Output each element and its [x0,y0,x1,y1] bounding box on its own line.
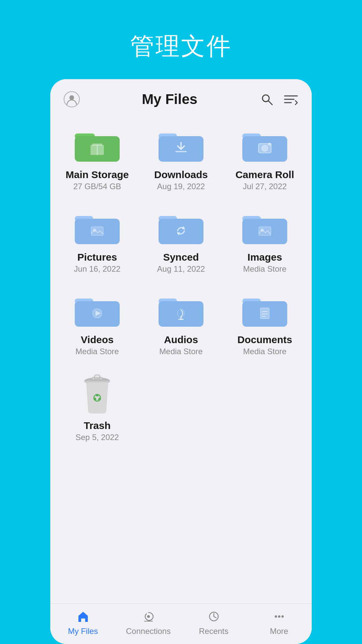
svg-point-63 [281,615,284,618]
item-sub: Media Store [159,347,202,356]
item-sub: Aug 11, 2022 [157,264,205,274]
nav-item-my-files[interactable]: My Files [50,609,116,636]
folder-icon-synced [156,207,206,247]
item-name: Downloads [154,169,208,180]
main-card: My Files [50,79,312,644]
folder-icon-documents [240,289,290,329]
folder-icon-audios [156,289,206,329]
item-name: Main Storage [66,169,129,180]
nav-label-more: More [270,627,288,636]
grid-item-downloads[interactable]: Downloads Aug 19, 2022 [141,117,221,197]
nav-icon-my-files [74,609,92,624]
item-sub: Jun 16, 2022 [74,264,121,274]
item-name: Audios [164,334,198,345]
svg-point-61 [275,615,277,618]
folder-icon-videos [72,289,122,329]
item-sub: Media Store [75,347,119,356]
nav-icon-recents [205,609,223,624]
item-name: Documents [237,334,292,345]
svg-rect-42 [159,301,203,327]
grid-scroll: Main Storage 27 GB/54 GB Downloads Aug 1… [50,114,312,603]
header-title: My Files [142,91,197,107]
svg-point-0 [69,95,74,100]
svg-point-62 [278,615,280,618]
nav-label-my-files: My Files [68,627,98,636]
nav-item-more[interactable]: More [246,609,312,636]
svg-rect-29 [159,219,203,244]
svg-point-20 [262,145,268,151]
grid-item-main-storage[interactable]: Main Storage 27 GB/54 GB [57,117,137,197]
item-name: Pictures [77,252,117,263]
item-sub: 27 GB/54 GB [73,182,121,191]
svg-rect-21 [268,143,271,146]
svg-rect-25 [91,227,103,235]
nav-item-recents[interactable]: Recents [181,609,246,636]
grid-item-images[interactable]: Images Media Store [225,200,305,279]
grid-item-videos[interactable]: Videos Media Store [57,282,137,362]
folder-icon-main-storage [72,124,122,164]
svg-rect-33 [259,227,271,235]
grid-item-audios[interactable]: Audios Media Store [141,282,221,362]
svg-line-2 [268,101,272,105]
svg-line-60 [214,616,216,618]
trash-icon [77,372,117,415]
folder-icon-pictures [72,207,122,247]
folder-icon-downloads [156,124,206,164]
svg-point-56 [147,615,150,618]
search-icon[interactable] [259,92,274,107]
item-sub: Aug 19, 2022 [157,182,205,191]
item-name: Videos [81,334,114,345]
item-sub: Media Store [243,347,286,356]
folder-icon-camera-roll [240,124,290,164]
nav-icon-connections [140,609,157,624]
nav-label-recents: Recents [199,627,228,636]
grid-item-synced[interactable]: Synced Aug 11, 2022 [141,200,221,279]
grid-item-camera-roll[interactable]: Camera Roll Jul 27, 2022 [225,117,305,197]
nav-item-connections[interactable]: Connections [116,609,181,636]
item-name: Trash [84,420,111,431]
svg-rect-53 [84,381,110,382]
nav-label-connections: Connections [126,627,171,636]
item-name: Synced [163,252,199,263]
sort-icon[interactable] [284,92,298,107]
grid-item-pictures[interactable]: Pictures Jun 16, 2022 [57,200,137,279]
item-sub: Jul 27, 2022 [243,182,287,191]
grid-item-documents[interactable]: Documents Media Store [225,282,305,362]
folder-icon-images [240,207,290,247]
nav-icon-more [270,609,288,624]
grid-item-trash[interactable]: Trash Sep 5, 2022 [57,365,137,447]
item-sub: Sep 5, 2022 [75,433,119,442]
avatar-icon[interactable] [64,91,80,107]
header: My Files [50,79,312,114]
item-name: Images [247,252,282,263]
bottom-nav: My Files Connections Recents More [50,603,312,644]
page-bg-title: 管理文件 [130,30,232,62]
item-sub: Media Store [243,264,286,274]
svg-rect-48 [260,308,269,319]
item-name: Camera Roll [235,169,294,180]
files-grid: Main Storage 27 GB/54 GB Downloads Aug 1… [57,117,305,447]
